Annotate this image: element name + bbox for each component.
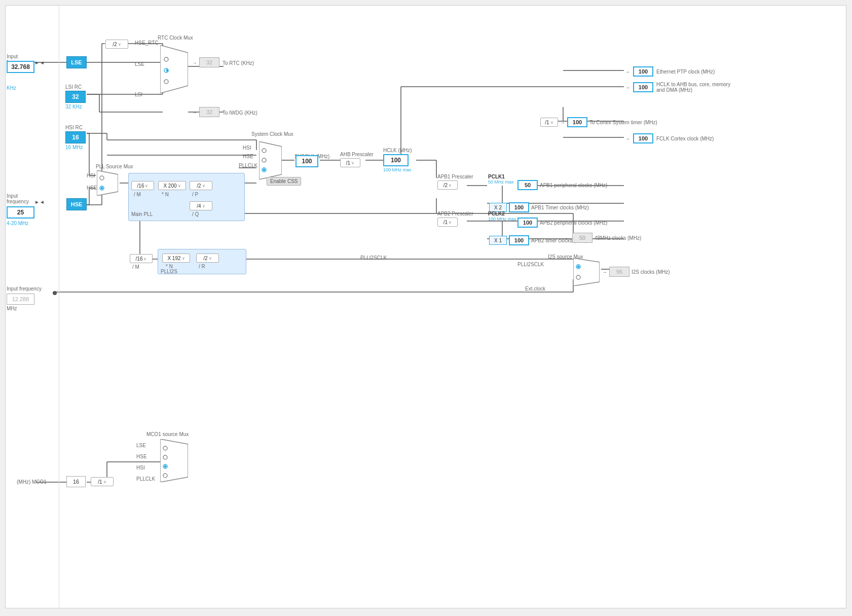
hsi-value-block[interactable]: 16 — [65, 131, 86, 143]
apb2-periph-label: APB2 peripheral clocks (MHz) — [540, 220, 607, 226]
pll-source-mux-shape — [97, 170, 118, 196]
cortex-div-select[interactable]: /1 — [540, 118, 558, 127]
ahb-div-select[interactable]: /1 — [340, 158, 360, 167]
svg-point-79 — [100, 176, 104, 180]
iwdg-output-value: 32 — [199, 107, 219, 117]
pclk1-max: 50 MHz max — [488, 179, 514, 185]
svg-point-74 — [262, 149, 266, 153]
fclk-label: FCLK Cortex clock (MHz) — [656, 136, 714, 141]
lse-unit-label: KHz — [7, 85, 40, 91]
mco1-label: (MHz) MCO1 — [17, 479, 47, 485]
hclk-ahb-label: HCLK to AHB bus, core, memory and DMA (M… — [656, 82, 732, 93]
eth-ptp-value: 100 — [633, 66, 653, 77]
pll-mux-hsi-label: HSI — [87, 173, 95, 178]
apb1-periph-label: APB1 peripheral clocks (MHz) — [540, 183, 607, 188]
sys-mux-hse-label: HSE — [243, 154, 253, 159]
plli2s-r-select[interactable]: /2 — [196, 253, 219, 263]
hse-freq-box[interactable]: 25 — [7, 206, 34, 219]
clock-config-diagram: Input frequency 32.768 KHz ►◄ LSE LSI RC… — [5, 5, 846, 608]
clk48-label: 48MHz clocks (MHz) — [595, 235, 641, 241]
rtc-mux-shape — [160, 45, 188, 93]
fclk-value: 100 — [633, 133, 653, 143]
pclk2-group: PCLK2 100 MHz max — [488, 211, 516, 222]
hclk-max-label: 100 MHz max — [383, 167, 412, 172]
main-pll-m-label: / M — [134, 192, 141, 197]
lse-block[interactable]: LSE — [66, 56, 87, 68]
eth-ptp-group: → 100 Ethernet PTP clock (MHz) — [625, 66, 715, 77]
svg-point-87 — [163, 446, 167, 450]
plli2s-area: PLLI2S X 192 * N /2 / R — [158, 249, 246, 274]
hse-block[interactable]: HSE — [66, 198, 87, 210]
main-pll-m-select[interactable]: /16 — [131, 181, 154, 190]
rtc-output-label: To RTC (KHz) — [223, 60, 254, 66]
input-freq-lse-group: Input frequency 32.768 KHz — [7, 54, 40, 91]
lsi-rc-label: LSI RC — [65, 84, 86, 90]
sys-clock-mux-shape — [259, 141, 282, 179]
mco1-pllclk-label: PLLCLK — [136, 476, 155, 482]
plli2sclk-label: PLLI2SCLK — [360, 255, 387, 261]
main-pll-p-label: / P — [192, 192, 198, 197]
main-pll-area: Main PLL /16 / M X 200 * N /2 / P /4 / Q — [128, 173, 245, 221]
hclk-value: 100 — [383, 154, 409, 166]
sys-clock-mux-label: System Clock Mux — [251, 131, 293, 137]
main-pll-q-label: / Q — [192, 211, 199, 217]
rtc-output-value: 32 — [199, 57, 219, 67]
main-pll-q-select[interactable]: /4 — [190, 201, 212, 210]
sys-mux-hsi-label: HSI — [243, 145, 251, 151]
main-pll-p-select[interactable]: /2 — [190, 181, 212, 190]
hse-div2-select[interactable]: /2 — [105, 40, 128, 49]
plli2s-n-select[interactable]: X 192 — [162, 253, 190, 263]
apb2-timer-mul: X 1 — [489, 236, 507, 245]
i2s-output-value: 96 — [609, 267, 629, 277]
hsi-rc-group: HSI RC 16 16 MHz — [65, 125, 86, 150]
svg-point-84 — [577, 266, 580, 268]
pll-mux-hse-label: HSE — [87, 185, 97, 191]
lsi-value-block[interactable]: 32 — [65, 91, 86, 103]
svg-point-90 — [164, 465, 167, 468]
apb1-periph-group: 50 APB1 peripheral clocks (MHz) — [517, 180, 607, 190]
pclk1-group: PCLK1 50 MHz max — [488, 174, 514, 185]
mco1-lse-label: LSE — [136, 443, 146, 448]
connection-lines — [6, 6, 846, 608]
main-pll-n-select[interactable]: X 200 — [158, 181, 186, 190]
svg-point-91 — [163, 474, 167, 478]
pclk1-label: PCLK1 — [488, 174, 505, 179]
plli2s-label: PLLI2S — [161, 269, 177, 274]
fclk-group: → 100 FCLK Cortex clock (MHz) — [625, 133, 714, 143]
input-freq-hse-group: Input frequency 25 4-20 MHz — [7, 193, 40, 226]
lsi-mux-label: LSI — [135, 92, 142, 97]
plli2s-m-select[interactable]: /16 — [130, 254, 153, 263]
lsi-sublabel: 32 KHz — [65, 104, 86, 110]
svg-point-71 — [166, 69, 169, 72]
ext-clock-unit: MHz — [7, 306, 42, 311]
lse-arrow: ►◄ — [34, 60, 45, 65]
ext-clock-dot — [53, 291, 57, 295]
svg-point-69 — [164, 57, 168, 61]
ext-clock-group: Input frequency 12.288 MHz — [7, 286, 42, 311]
plli2s-n-label: * N — [166, 264, 173, 269]
svg-point-72 — [164, 80, 168, 84]
i2s-output-group: → 96 I2S clocks (MHz) — [602, 267, 670, 277]
ext-clock-mux-label: Ext.clock — [525, 286, 545, 292]
plli2sclk-mux-label: PLLI2SCLK — [517, 262, 544, 267]
lse-freq-box[interactable]: 32.768 — [7, 61, 34, 73]
ext-clock-value[interactable]: 12.288 — [7, 294, 34, 305]
hclk-ahb-group: → 100 HCLK to AHB bus, core, memory and … — [625, 82, 732, 93]
apb2-periph-group: 100 APB2 peripheral clocks (MHz) — [517, 218, 607, 228]
clk48-value: 50 — [572, 233, 592, 243]
apb2-div-select[interactable]: /1 — [437, 218, 458, 227]
svg-marker-78 — [97, 170, 118, 196]
i2s-mux-shape — [573, 258, 600, 286]
sysclk-value: 100 — [295, 155, 318, 167]
ahb-prescaler-label: AHB Prescaler — [340, 152, 374, 157]
enable-css-button[interactable]: Enable CSS — [267, 177, 301, 186]
apb2-periph-value: 100 — [517, 218, 538, 228]
pll-source-mux-label: PLL Source Mux — [96, 164, 133, 169]
hsi-rc-label: HSI RC — [65, 125, 86, 130]
cortex-timer-label: To Cortex System timer (MHz) — [589, 120, 657, 125]
apb1-div-select[interactable]: /2 — [437, 180, 458, 190]
lsi-rc-group: LSI RC 32 32 KHz — [65, 84, 86, 110]
i2s-output-label: I2S clocks (MHz) — [632, 269, 670, 275]
mco1-div-select[interactable]: /1 — [91, 477, 114, 486]
rtc-arrow: → — [192, 60, 197, 65]
